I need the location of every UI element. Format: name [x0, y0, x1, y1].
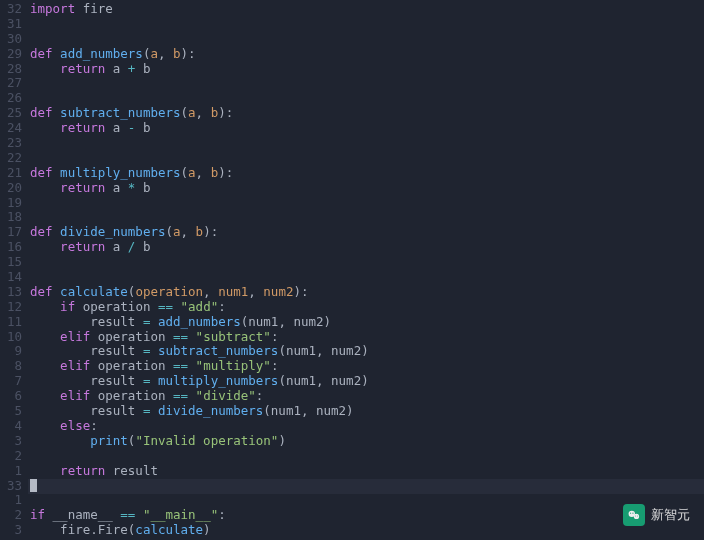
line-number: 22: [0, 151, 28, 166]
line-number: 19: [0, 196, 28, 211]
line-number: 2: [0, 508, 28, 523]
line-number: 5: [0, 404, 28, 419]
code-line[interactable]: result = subtract_numbers(num1, num2): [30, 344, 704, 359]
svg-point-5: [637, 515, 638, 516]
line-number: 18: [0, 210, 28, 225]
code-line[interactable]: result = multiply_numbers(num1, num2): [30, 374, 704, 389]
watermark: 新智元: [623, 504, 690, 526]
code-line[interactable]: def calculate(operation, num1, num2):: [30, 285, 704, 300]
line-number: 8: [0, 359, 28, 374]
line-number: 20: [0, 181, 28, 196]
line-number: 1: [0, 493, 28, 508]
svg-point-2: [630, 513, 631, 514]
code-line[interactable]: fire.Fire(calculate): [30, 523, 704, 538]
code-line[interactable]: [30, 255, 704, 270]
code-line[interactable]: return result: [30, 464, 704, 479]
code-line[interactable]: def add_numbers(a, b):: [30, 47, 704, 62]
code-line[interactable]: else:: [30, 419, 704, 434]
code-line[interactable]: [30, 270, 704, 285]
code-line[interactable]: [30, 493, 704, 508]
code-line[interactable]: return a * b: [30, 181, 704, 196]
line-number: 33: [0, 479, 28, 494]
line-number: 16: [0, 240, 28, 255]
svg-point-3: [632, 513, 633, 514]
code-area[interactable]: import firedef add_numbers(a, b): return…: [28, 0, 704, 540]
code-line[interactable]: [30, 210, 704, 225]
line-number: 2: [0, 449, 28, 464]
line-number: 9: [0, 344, 28, 359]
code-line[interactable]: [30, 17, 704, 32]
line-number: 26: [0, 91, 28, 106]
code-line[interactable]: def subtract_numbers(a, b):: [30, 106, 704, 121]
code-line[interactable]: [30, 136, 704, 151]
line-number: 14: [0, 270, 28, 285]
line-number: 6: [0, 389, 28, 404]
code-line[interactable]: def divide_numbers(a, b):: [30, 225, 704, 240]
code-line[interactable]: if __name__ == "__main__":: [30, 508, 704, 523]
code-line[interactable]: return a + b: [30, 62, 704, 77]
svg-point-1: [634, 514, 639, 519]
line-number: 10: [0, 330, 28, 345]
code-line[interactable]: def multiply_numbers(a, b):: [30, 166, 704, 181]
code-line[interactable]: import fire: [30, 2, 704, 17]
line-number: 3: [0, 523, 28, 538]
line-number: 23: [0, 136, 28, 151]
code-line[interactable]: [30, 151, 704, 166]
code-line[interactable]: result = add_numbers(num1, num2): [30, 315, 704, 330]
code-line[interactable]: elif operation == "divide":: [30, 389, 704, 404]
code-line[interactable]: elif operation == "multiply":: [30, 359, 704, 374]
code-editor[interactable]: 3231302928272625242322212019181716151413…: [0, 0, 704, 540]
line-number: 27: [0, 76, 28, 91]
code-line[interactable]: [30, 91, 704, 106]
code-line[interactable]: elif operation == "subtract":: [30, 330, 704, 345]
code-line[interactable]: return a / b: [30, 240, 704, 255]
code-line[interactable]: [30, 196, 704, 211]
line-number: 25: [0, 106, 28, 121]
code-line[interactable]: result = divide_numbers(num1, num2): [30, 404, 704, 419]
line-number-gutter: 3231302928272625242322212019181716151413…: [0, 0, 28, 540]
code-line[interactable]: [30, 449, 704, 464]
line-number: 29: [0, 47, 28, 62]
line-number: 7: [0, 374, 28, 389]
svg-point-4: [635, 515, 636, 516]
line-number: 1: [0, 464, 28, 479]
code-line[interactable]: if operation == "add":: [30, 300, 704, 315]
line-number: 28: [0, 62, 28, 77]
line-number: 30: [0, 32, 28, 47]
line-number: 24: [0, 121, 28, 136]
watermark-label: 新智元: [651, 508, 690, 523]
code-line[interactable]: [30, 32, 704, 47]
line-number: 4: [0, 419, 28, 434]
code-line[interactable]: [30, 76, 704, 91]
line-number: 15: [0, 255, 28, 270]
line-number: 21: [0, 166, 28, 181]
line-number: 31: [0, 17, 28, 32]
wechat-icon: [623, 504, 645, 526]
line-number: 32: [0, 2, 28, 17]
line-number: 11: [0, 315, 28, 330]
line-number: 12: [0, 300, 28, 315]
line-number: 17: [0, 225, 28, 240]
line-number: 3: [0, 434, 28, 449]
code-line[interactable]: print("Invalid operation"): [30, 434, 704, 449]
line-number: 13: [0, 285, 28, 300]
code-line[interactable]: return a - b: [30, 121, 704, 136]
